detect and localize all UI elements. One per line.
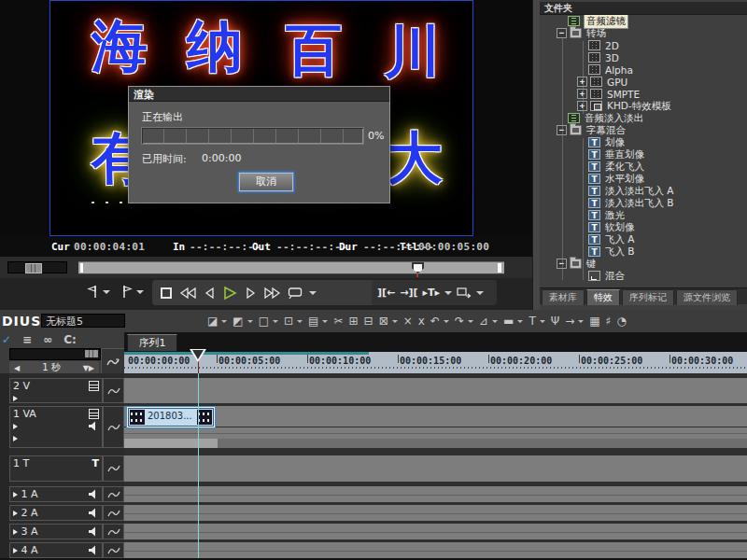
track-sync-2a[interactable]: [103, 505, 124, 521]
track-lane-1va-video[interactable]: [124, 406, 747, 427]
create-title-icon[interactable]: T: [529, 315, 535, 327]
scale-right-arrow-icon[interactable]: ▼▶: [78, 364, 99, 372]
stop-button[interactable]: [160, 287, 173, 300]
tree-item-3d[interactable]: 3D: [540, 51, 747, 63]
preview-screen-b-icon[interactable]: ◩: [233, 315, 243, 327]
dropdown-caret[interactable]: [444, 320, 449, 323]
track-header-2a[interactable]: 2 A: [9, 505, 103, 521]
export-dropdown-caret[interactable]: [476, 291, 484, 295]
tree-item-soft-flyin[interactable]: T柔化飞入: [540, 161, 747, 173]
dialog-titlebar[interactable]: 渲染: [129, 87, 389, 102]
track-expand-icon[interactable]: [13, 492, 18, 497]
track-expand-icon[interactable]: [13, 548, 18, 553]
set-in-flag-button[interactable]: [86, 284, 100, 300]
mark-in-button[interactable]: ][←: [377, 287, 395, 299]
track-expand-icon[interactable]: [13, 396, 18, 401]
track-sync-3a[interactable]: [103, 524, 124, 539]
track-lane-1a[interactable]: [124, 486, 747, 502]
position-playhead[interactable]: [412, 262, 424, 273]
tree-item-laser[interactable]: T激光: [540, 209, 747, 221]
zoom-slider-handle[interactable]: [85, 350, 98, 357]
dropdown-caret[interactable]: [468, 320, 473, 323]
audio-rubber-band-bar[interactable]: [124, 439, 218, 448]
scale-left-arrow-icon[interactable]: ◀: [9, 364, 24, 372]
track-lane-4a[interactable]: [124, 542, 747, 558]
ripple-mode-icon[interactable]: ≡: [22, 334, 32, 345]
timeline-zoom-slider[interactable]: [9, 348, 101, 360]
previous-frame-button[interactable]: [203, 287, 216, 300]
set-marker-icon[interactable]: ▬: [503, 315, 514, 327]
tree-item-2d[interactable]: 2D: [540, 39, 747, 51]
export-to-tape-icon[interactable]: →: [565, 315, 574, 327]
track-lane-2v[interactable]: [124, 378, 747, 403]
tree-item-gpu[interactable]: +GPU: [540, 76, 747, 88]
copy-clip-icon[interactable]: ⊞: [349, 315, 359, 327]
tree-item-flyin-a[interactable]: T飞入 A: [540, 233, 747, 245]
voice-over-icon[interactable]: Ψ: [551, 315, 559, 327]
timeline-ruler[interactable]: 00:00:00:00 00:00:05:00 00:00:10:00 00:0…: [124, 352, 747, 373]
dropdown-caret[interactable]: [578, 320, 584, 323]
tree-item-horizontal-wipe[interactable]: T水平划像: [540, 173, 747, 185]
timeline-clip[interactable]: 201803...: [128, 408, 214, 427]
dropdown-caret[interactable]: [221, 320, 227, 323]
folder-column-header[interactable]: 文件夹: [540, 2, 747, 15]
redo-icon[interactable]: ↷: [455, 315, 464, 327]
track-sync-4a[interactable]: [103, 542, 124, 558]
track-header-1a[interactable]: 1 A: [9, 486, 103, 502]
tree-item-mix[interactable]: 混合: [540, 270, 747, 282]
tree-item-vertical-wipe[interactable]: T垂直划像: [540, 148, 747, 161]
tab-effects[interactable]: 特效: [586, 289, 620, 305]
tree-item-key[interactable]: −键: [540, 258, 747, 270]
cancel-button[interactable]: 取消: [238, 172, 294, 192]
play-around-dropdown-caret[interactable]: [444, 291, 452, 295]
tree-item-transitions[interactable]: −转场: [540, 27, 747, 39]
shuttle-slider[interactable]: [7, 261, 67, 273]
delete-clip-icon[interactable]: x: [418, 315, 425, 327]
dropdown-caret[interactable]: [322, 320, 328, 323]
audio-mixer-icon[interactable]: ♯: [606, 315, 612, 327]
tree-item-smpte[interactable]: +SMPTE: [540, 88, 747, 100]
dropdown-caret[interactable]: [540, 320, 545, 323]
sync-mode-icon[interactable]: ✓: [2, 334, 11, 345]
track-header-2v[interactable]: 2 V: [9, 378, 103, 403]
track-sync-2v[interactable]: [103, 378, 124, 403]
cut-clip-icon[interactable]: ✂: [333, 315, 343, 327]
track-expand-icon[interactable]: [13, 529, 18, 535]
tab-sequence-marks[interactable]: 序列标记: [622, 289, 674, 305]
dropdown-caret[interactable]: [297, 320, 303, 323]
export-button[interactable]: [457, 287, 472, 299]
fast-forward-button[interactable]: [264, 287, 281, 300]
tree-item-fade-flyin-b[interactable]: T淡入淡出飞入 B: [540, 197, 747, 209]
track-lane-1t[interactable]: [124, 455, 747, 482]
dropdown-caret[interactable]: [517, 320, 523, 323]
new-sequence-icon[interactable]: □: [259, 315, 269, 327]
undo-icon[interactable]: ↶: [430, 315, 440, 327]
import-file-icon[interactable]: ⊡: [284, 315, 293, 327]
track-lane-2a[interactable]: [124, 505, 747, 521]
timeline-scale-spinner[interactable]: ◀ 1 秒 ▼▶: [9, 361, 99, 374]
dropdown-caret[interactable]: [392, 320, 398, 323]
sequence-tab[interactable]: 序列1: [127, 334, 177, 352]
master-sync-icon[interactable]: [101, 348, 125, 376]
play-around-cursor-button[interactable]: ▸T▸: [423, 287, 441, 299]
track-expand-icon[interactable]: [13, 511, 18, 516]
tab-material-library[interactable]: 素材库: [542, 289, 585, 305]
set-out-dropdown-caret[interactable]: [136, 290, 144, 294]
track-header-1va[interactable]: 1 VA: [9, 406, 103, 448]
loop-playback-button[interactable]: [288, 287, 303, 300]
capture-icon[interactable]: ⊠: [379, 315, 388, 327]
track-sync-1va[interactable]: [103, 406, 124, 448]
tree-item-khd-template[interactable]: +KHD-特效模板: [540, 100, 747, 112]
add-cut-point-icon[interactable]: ⊿: [479, 315, 488, 327]
loop-dropdown-caret[interactable]: [309, 291, 317, 295]
track-header-4a[interactable]: 4 A: [9, 542, 103, 558]
tab-source-browser[interactable]: 源文件浏览: [676, 289, 738, 305]
loop-mode-icon[interactable]: ∞: [43, 334, 52, 345]
loudness-meter-icon[interactable]: ◔: [616, 315, 626, 327]
position-bar[interactable]: [78, 261, 504, 274]
track-expand-icon[interactable]: [13, 436, 18, 441]
track-lane-1va-audio[interactable]: [124, 427, 747, 439]
save-project-icon[interactable]: ▤: [308, 315, 318, 327]
paste-clip-icon[interactable]: ⊟: [364, 315, 374, 327]
dropdown-caret[interactable]: [492, 320, 498, 323]
